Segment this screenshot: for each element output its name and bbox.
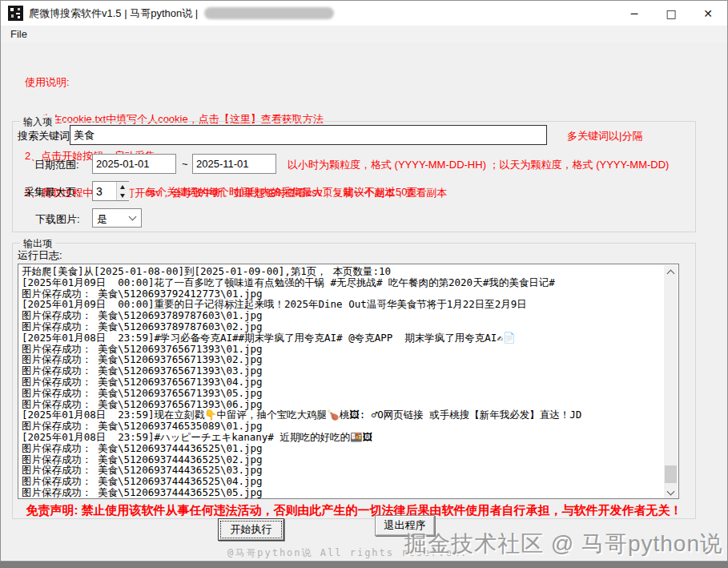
log-line: [2025年01月09日 00:00]花了一百多吃了顿味道有点勉强的干锅 #无尽… <box>22 277 662 288</box>
instructions-heading: 使用说明: <box>25 76 447 88</box>
watermark-text: 掘金技术社区 @ 马哥python说 <box>404 529 723 559</box>
download-images-select[interactable]: 是 <box>92 208 142 228</box>
log-line: [2025年01月08日 23:59]#ハッピーチエキkanany# 近期吃的好… <box>22 432 662 443</box>
date-to-input[interactable] <box>192 154 276 174</box>
scrollbar-up-button[interactable] <box>664 265 678 279</box>
log-line: 图片保存成功： 美食\5120693765671393\03.jpg <box>22 365 662 377</box>
log-line: 图片保存成功： 美食\5120693765671393\04.jpg <box>22 377 662 388</box>
log-line: 图片保存成功： 美食\5120693744436525\02.jpg <box>22 454 662 465</box>
window-controls: ─ □ ✕ <box>616 1 726 26</box>
run-log-textarea[interactable]: 开始爬[美食]从[2025-01-08-00]到[2025-01-09-00],… <box>18 264 679 499</box>
max-pages-label: 采集最大页: <box>24 185 79 199</box>
chevron-down-icon <box>129 213 137 221</box>
run-log-label: 运行日志: <box>18 248 62 263</box>
spinner-down-icon <box>120 194 125 198</box>
window-title: 爬微博搜索软件v1.5 | 马哥python说 | <box>29 6 201 21</box>
date-from-input[interactable] <box>92 154 176 174</box>
app-window: 爬微博搜索软件v1.5 | 马哥python说 | ─ □ ✕ File 使用说… <box>0 0 728 562</box>
log-line: 图片保存成功： 美食\5120693744436525\01.jpg <box>22 443 662 454</box>
max-pages-hint: 每个关键词的每个时间段内的采集最大页，建议不超过50页 <box>146 185 417 199</box>
output-groupbox: 输出项 运行日志: 开始爬[美食]从[2025-01-08-00]到[2025-… <box>12 243 696 519</box>
date-range-separator: ~ <box>182 158 188 170</box>
log-line: 开始爬[美食]从[2025-01-08-00]到[2025-01-09-00],… <box>22 266 662 277</box>
title-redacted-blur <box>204 7 334 19</box>
log-line: 图片保存成功： 美食\5120693744436525\04.jpg <box>22 476 662 487</box>
disclaimer-text: 免责声明: 禁止使用该软件从事任何违法活动，否则由此产生的一切法律后果由软件使用… <box>13 503 695 518</box>
date-format-hint: 以小时为颗粒度，格式 (YYYY-MM-DD-HH) ；以天为颗粒度，格式 (Y… <box>288 158 669 172</box>
log-line: 图片保存成功： 美食\5120693765671393\02.jpg <box>22 354 662 365</box>
log-line: 图片保存成功： 美食\5120693746535089\01.jpg <box>22 421 662 432</box>
menu-bar: File <box>1 26 727 43</box>
scrollbar-thumb[interactable] <box>665 465 677 483</box>
log-line: 图片保存成功： 美食\5120693765671393\06.jpg <box>22 399 662 410</box>
log-line: [2025年01月09日 00:00]重要的日子记得标注起来哦！2025年Din… <box>22 299 662 310</box>
minimize-button[interactable]: ─ <box>616 1 653 26</box>
date-range-label: 日期范围: <box>34 158 79 172</box>
log-line: 图片保存成功： 美食\5120693765671393\05.jpg <box>22 388 662 399</box>
scrollbar-down-button[interactable] <box>664 485 678 499</box>
log-line: [2025年01月08日 23:59]现在立刻戳👇中留评，抽个宝吃大鸡腿🍗桃🖼:… <box>22 409 662 421</box>
log-line: 图片保存成功： 美食\5120693744436525\03.jpg <box>22 465 662 476</box>
spinner-up-icon <box>120 185 125 189</box>
input-groupbox: 输入项 搜索关键词: 多关键词以|分隔 日期范围: ~ 以小时为颗粒度，格式 (… <box>12 121 696 232</box>
log-line: 图片保存成功： 美食\5120693765671393\01.jpg <box>22 344 662 355</box>
log-scrollbar[interactable] <box>664 265 678 499</box>
menu-item-file[interactable]: File <box>10 28 27 40</box>
download-images-value: 是 <box>97 212 107 227</box>
log-line: 图片保存成功： 美食\5120693744436525\05.jpg <box>22 487 662 498</box>
maximize-button[interactable]: □ <box>653 1 690 26</box>
close-button[interactable]: ✕ <box>690 1 726 26</box>
keyword-hint: 多关键词以|分隔 <box>567 129 642 143</box>
spinner-buttons <box>116 182 128 200</box>
log-line: 图片保存成功： 美食\5120693789787603\02.jpg <box>22 321 662 332</box>
spinner-down-button[interactable] <box>117 191 129 201</box>
max-pages-input[interactable] <box>93 182 116 200</box>
spinner-up-button[interactable] <box>117 182 129 191</box>
scroll-up-icon <box>667 270 675 278</box>
log-line: 图片保存成功： 美食\5120693789787603\01.jpg <box>22 310 662 321</box>
max-pages-spinner <box>92 181 129 201</box>
title-bar[interactable]: 爬微博搜索软件v1.5 | 马哥python说 | ─ □ ✕ <box>1 1 727 26</box>
log-lines: 开始爬[美食]从[2025-01-08-00]到[2025-01-09-00],… <box>22 266 662 498</box>
keyword-label: 搜索关键词: <box>18 129 73 143</box>
input-groupbox-legend: 输入项 <box>20 115 55 129</box>
scroll-down-icon <box>667 488 675 496</box>
app-logo-icon <box>8 6 23 21</box>
download-images-label: 下载图片: <box>35 212 80 227</box>
log-line: [2025年01月08日 23:59]#学习必备夸克AI##期末学疯了用夸克AI… <box>22 332 662 344</box>
start-button[interactable]: 开始执行 <box>218 518 284 541</box>
keyword-input[interactable] <box>70 125 547 145</box>
log-line: 图片保存成功： 美食\5120693792412773\01.jpg <box>22 288 662 300</box>
